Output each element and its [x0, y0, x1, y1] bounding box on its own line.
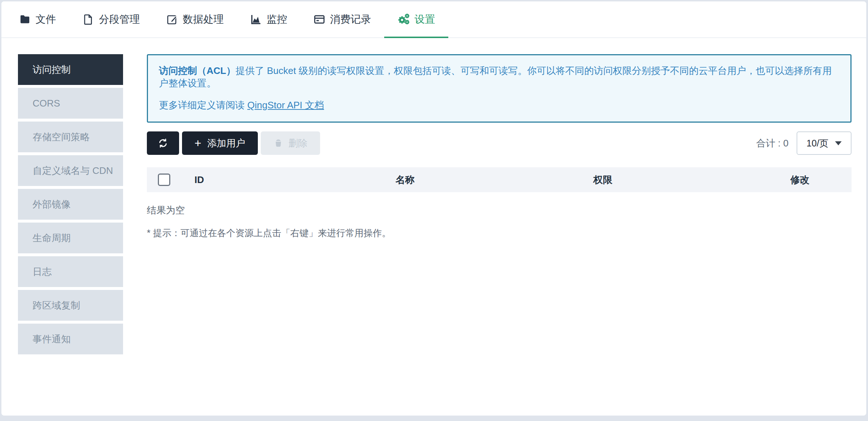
- sidebar-item-event-notification[interactable]: 事件通知: [18, 324, 123, 354]
- settings-sidebar: 访问控制 CORS 存储空间策略 自定义域名与 CDN 外部镜像 生命周期 日志…: [18, 54, 123, 357]
- refresh-icon: [157, 138, 168, 149]
- add-user-button[interactable]: + 添加用户: [182, 131, 258, 155]
- tab-label: 消费记录: [330, 12, 371, 26]
- billing-card-icon: [314, 14, 325, 25]
- empty-result-text: 结果为空: [147, 204, 852, 217]
- chart-icon: [250, 14, 262, 25]
- sidebar-item-label: 自定义域名与 CDN: [33, 164, 113, 177]
- document-icon: [82, 14, 94, 25]
- pagination-controls: 合计 : 0 10/页: [756, 131, 852, 155]
- folder-icon: [19, 14, 31, 25]
- right-click-tip: * 提示：可通过在各个资源上点击「右键」来进行常用操作。: [147, 227, 852, 239]
- sidebar-item-label: 存储空间策略: [33, 131, 90, 144]
- acl-description: 访问控制（ACL）提供了 Bucket 级别的读写权限设置，权限包括可读、可写和…: [159, 65, 839, 90]
- acl-doc-line: 更多详细定义请阅读 QingStor API 文档: [159, 99, 839, 112]
- sidebar-item-label: 跨区域复制: [33, 299, 80, 312]
- sidebar-item-external-mirror[interactable]: 外部镜像: [18, 189, 123, 220]
- table-header-row: ID 名称 权限 修改: [147, 167, 852, 192]
- tab-settings[interactable]: 设置: [384, 1, 448, 37]
- tab-billing[interactable]: 消费记录: [300, 1, 384, 37]
- acl-description-lead: 访问控制（ACL）: [159, 65, 235, 76]
- tab-label: 设置: [415, 12, 435, 26]
- refresh-button[interactable]: [147, 131, 179, 155]
- column-header-id: ID: [194, 174, 306, 186]
- edit-icon: [166, 14, 178, 25]
- column-header-modify: 修改: [702, 174, 852, 186]
- qingstor-api-doc-link[interactable]: QingStor API 文档: [247, 100, 324, 111]
- sidebar-item-label: 生命周期: [33, 232, 71, 245]
- tab-label: 监控: [267, 12, 287, 26]
- plus-icon: +: [194, 137, 201, 149]
- sidebar-item-bucket-policy[interactable]: 存储空间策略: [18, 122, 123, 152]
- acl-content: 访问控制（ACL）提供了 Bucket 级别的读写权限设置，权限包括可读、可写和…: [147, 54, 852, 239]
- sidebar-item-lifecycle[interactable]: 生命周期: [18, 223, 123, 253]
- acl-toolbar: + 添加用户 删除 合计 : 0 10/页: [147, 131, 852, 155]
- acl-info-banner: 访问控制（ACL）提供了 Bucket 级别的读写权限设置，权限包括可读、可写和…: [147, 54, 852, 123]
- sidebar-item-cors[interactable]: CORS: [18, 88, 123, 119]
- tab-label: 数据处理: [183, 12, 224, 26]
- page-size-value: 10/页: [806, 137, 828, 149]
- total-count: 合计 : 0: [756, 137, 789, 150]
- sidebar-item-label: 日志: [33, 265, 52, 278]
- tab-label: 文件: [36, 12, 56, 26]
- sidebar-item-label: CORS: [33, 98, 60, 109]
- tab-monitoring[interactable]: 监控: [237, 1, 300, 37]
- tab-files[interactable]: 文件: [6, 1, 69, 37]
- trash-icon: [273, 138, 283, 148]
- column-header-name: 名称: [306, 174, 504, 186]
- tab-label: 分段管理: [99, 12, 140, 26]
- tab-multipart[interactable]: 分段管理: [69, 1, 153, 37]
- sidebar-item-custom-domain-cdn[interactable]: 自定义域名与 CDN: [18, 155, 123, 186]
- sidebar-item-cross-region-replication[interactable]: 跨区域复制: [18, 290, 123, 321]
- select-all-checkbox[interactable]: [158, 174, 170, 186]
- delete-label: 删除: [289, 137, 308, 150]
- column-header-permission: 权限: [504, 174, 702, 186]
- add-user-label: 添加用户: [207, 137, 245, 150]
- sidebar-item-label: 外部镜像: [33, 198, 71, 211]
- sidebar-item-logs[interactable]: 日志: [18, 256, 123, 287]
- sidebar-item-access-control[interactable]: 访问控制: [18, 54, 123, 85]
- bucket-settings-panel: 文件 分段管理 数据处理: [1, 1, 867, 416]
- sidebar-item-label: 访问控制: [33, 63, 71, 76]
- tab-data-processing[interactable]: 数据处理: [153, 1, 237, 37]
- chevron-down-icon: [835, 141, 842, 145]
- page-size-select[interactable]: 10/页: [797, 131, 852, 155]
- delete-button[interactable]: 删除: [261, 131, 320, 155]
- top-tab-bar: 文件 分段管理 数据处理: [1, 1, 866, 38]
- gears-icon: [397, 13, 410, 26]
- sidebar-item-label: 事件通知: [33, 333, 71, 346]
